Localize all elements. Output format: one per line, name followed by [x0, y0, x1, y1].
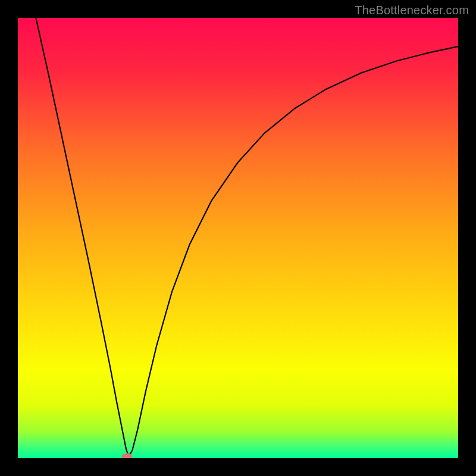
bottleneck-chart	[18, 18, 458, 458]
attribution-text: TheBottlenecker.com	[355, 4, 469, 17]
chart-frame: TheBottlenecker.com	[0, 0, 476, 476]
